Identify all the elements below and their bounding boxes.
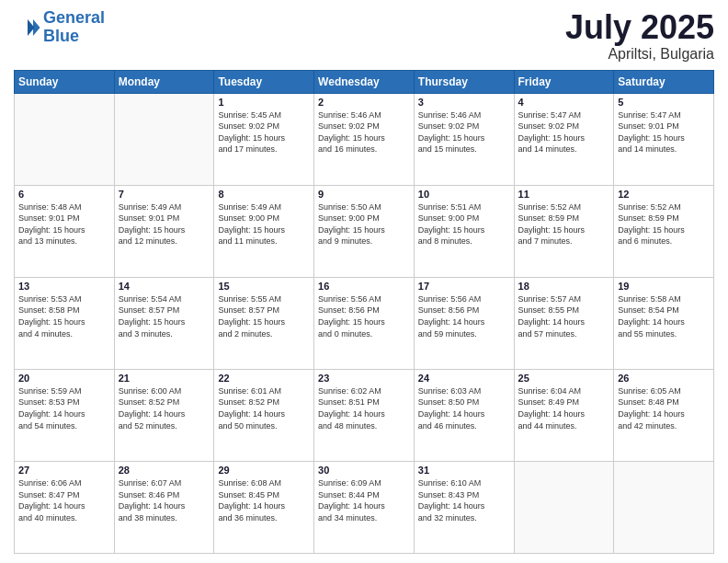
calendar-cell: 16Sunrise: 5:56 AMSunset: 8:56 PMDayligh… [314, 277, 415, 369]
day-number: 25 [518, 373, 610, 384]
day-info: Sunrise: 5:56 AMSunset: 8:56 PMDaylight:… [418, 293, 510, 339]
calendar-cell: 15Sunrise: 5:55 AMSunset: 8:57 PMDayligh… [214, 277, 314, 369]
day-info: Sunrise: 5:46 AMSunset: 9:02 PMDaylight:… [318, 109, 410, 155]
day-number: 22 [218, 373, 310, 384]
day-number: 23 [318, 373, 410, 384]
day-info: Sunrise: 5:47 AMSunset: 9:01 PMDaylight:… [618, 109, 710, 155]
calendar-cell: 4Sunrise: 5:47 AMSunset: 9:02 PMDaylight… [514, 93, 614, 185]
location: Apriltsi, Bulgaria [565, 46, 714, 63]
calendar-cell: 24Sunrise: 6:03 AMSunset: 8:50 PMDayligh… [414, 369, 514, 461]
calendar-cell [114, 93, 214, 185]
header: General Blue July 2025 Apriltsi, Bulgari… [14, 9, 714, 63]
calendar-cell [15, 93, 115, 185]
day-info: Sunrise: 6:10 AMSunset: 8:43 PMDaylight:… [418, 477, 510, 523]
day-number: 17 [418, 281, 510, 292]
day-info: Sunrise: 6:08 AMSunset: 8:45 PMDaylight:… [218, 477, 310, 523]
day-info: Sunrise: 5:49 AMSunset: 9:01 PMDaylight:… [119, 201, 210, 247]
calendar-cell: 18Sunrise: 5:57 AMSunset: 8:55 PMDayligh… [514, 277, 614, 369]
calendar-cell: 9Sunrise: 5:50 AMSunset: 9:00 PMDaylight… [314, 185, 415, 277]
calendar-cell: 6Sunrise: 5:48 AMSunset: 9:01 PMDaylight… [15, 185, 115, 277]
day-number: 5 [618, 97, 710, 108]
day-info: Sunrise: 5:56 AMSunset: 8:56 PMDaylight:… [318, 293, 410, 339]
calendar-cell [614, 461, 714, 553]
day-info: Sunrise: 6:07 AMSunset: 8:46 PMDaylight:… [119, 477, 210, 523]
day-number: 12 [618, 189, 710, 200]
logo: General Blue [14, 9, 105, 46]
col-saturday: Saturday [614, 70, 714, 93]
calendar-cell [514, 461, 614, 553]
calendar-cell: 17Sunrise: 5:56 AMSunset: 8:56 PMDayligh… [414, 277, 514, 369]
logo-text: General Blue [43, 9, 105, 46]
day-info: Sunrise: 5:47 AMSunset: 9:02 PMDaylight:… [518, 109, 610, 155]
calendar-cell: 23Sunrise: 6:02 AMSunset: 8:51 PMDayligh… [314, 369, 415, 461]
day-info: Sunrise: 6:06 AMSunset: 8:47 PMDaylight:… [18, 477, 110, 523]
day-number: 9 [318, 189, 410, 200]
day-info: Sunrise: 5:51 AMSunset: 9:00 PMDaylight:… [418, 201, 510, 247]
day-number: 16 [318, 281, 410, 292]
day-info: Sunrise: 5:53 AMSunset: 8:58 PMDaylight:… [18, 293, 110, 339]
col-monday: Monday [114, 70, 214, 93]
day-info: Sunrise: 6:03 AMSunset: 8:50 PMDaylight:… [418, 385, 510, 431]
day-number: 13 [18, 281, 110, 292]
calendar-cell: 20Sunrise: 5:59 AMSunset: 8:53 PMDayligh… [15, 369, 115, 461]
calendar-cell: 31Sunrise: 6:10 AMSunset: 8:43 PMDayligh… [414, 461, 514, 553]
day-number: 15 [218, 281, 310, 292]
calendar-week-2: 6Sunrise: 5:48 AMSunset: 9:01 PMDaylight… [15, 185, 714, 277]
calendar-cell: 26Sunrise: 6:05 AMSunset: 8:48 PMDayligh… [614, 369, 714, 461]
calendar-cell: 28Sunrise: 6:07 AMSunset: 8:46 PMDayligh… [114, 461, 214, 553]
day-number: 30 [318, 465, 410, 476]
calendar-cell: 29Sunrise: 6:08 AMSunset: 8:45 PMDayligh… [214, 461, 314, 553]
day-info: Sunrise: 5:52 AMSunset: 8:59 PMDaylight:… [518, 201, 610, 247]
day-number: 20 [18, 373, 110, 384]
day-info: Sunrise: 5:50 AMSunset: 9:00 PMDaylight:… [318, 201, 410, 247]
calendar-cell: 30Sunrise: 6:09 AMSunset: 8:44 PMDayligh… [314, 461, 415, 553]
month-title: July 2025 [565, 9, 714, 46]
calendar-cell: 3Sunrise: 5:46 AMSunset: 9:02 PMDaylight… [414, 93, 514, 185]
calendar-cell: 19Sunrise: 5:58 AMSunset: 8:54 PMDayligh… [614, 277, 714, 369]
day-number: 8 [218, 189, 310, 200]
day-info: Sunrise: 5:46 AMSunset: 9:02 PMDaylight:… [418, 109, 510, 155]
calendar-cell: 21Sunrise: 6:00 AMSunset: 8:52 PMDayligh… [114, 369, 214, 461]
day-info: Sunrise: 5:58 AMSunset: 8:54 PMDaylight:… [618, 293, 710, 339]
calendar-cell: 14Sunrise: 5:54 AMSunset: 8:57 PMDayligh… [114, 277, 214, 369]
logo-line1: General [43, 8, 105, 27]
day-info: Sunrise: 6:04 AMSunset: 8:49 PMDaylight:… [518, 385, 610, 431]
calendar-cell: 11Sunrise: 5:52 AMSunset: 8:59 PMDayligh… [514, 185, 614, 277]
day-number: 6 [18, 189, 110, 200]
day-number: 3 [418, 97, 510, 108]
col-tuesday: Tuesday [214, 70, 314, 93]
day-number: 11 [518, 189, 610, 200]
day-info: Sunrise: 5:48 AMSunset: 9:01 PMDaylight:… [18, 201, 110, 247]
day-number: 2 [318, 97, 410, 108]
day-info: Sunrise: 6:00 AMSunset: 8:52 PMDaylight:… [119, 385, 210, 431]
calendar-cell: 22Sunrise: 6:01 AMSunset: 8:52 PMDayligh… [214, 369, 314, 461]
day-number: 4 [518, 97, 610, 108]
day-number: 18 [518, 281, 610, 292]
day-info: Sunrise: 5:55 AMSunset: 8:57 PMDaylight:… [218, 293, 310, 339]
calendar-cell: 5Sunrise: 5:47 AMSunset: 9:01 PMDaylight… [614, 93, 714, 185]
day-info: Sunrise: 6:05 AMSunset: 8:48 PMDaylight:… [618, 385, 710, 431]
day-info: Sunrise: 5:49 AMSunset: 9:00 PMDaylight:… [218, 201, 310, 247]
title-block: July 2025 Apriltsi, Bulgaria [565, 9, 714, 63]
calendar-cell: 1Sunrise: 5:45 AMSunset: 9:02 PMDaylight… [214, 93, 314, 185]
day-info: Sunrise: 5:54 AMSunset: 8:57 PMDaylight:… [119, 293, 210, 339]
calendar-cell: 25Sunrise: 6:04 AMSunset: 8:49 PMDayligh… [514, 369, 614, 461]
day-info: Sunrise: 6:09 AMSunset: 8:44 PMDaylight:… [318, 477, 410, 523]
day-number: 10 [418, 189, 510, 200]
day-number: 29 [218, 465, 310, 476]
day-number: 21 [119, 373, 210, 384]
calendar-cell: 7Sunrise: 5:49 AMSunset: 9:01 PMDaylight… [114, 185, 214, 277]
day-number: 27 [18, 465, 110, 476]
day-number: 7 [119, 189, 210, 200]
col-thursday: Thursday [414, 70, 514, 93]
logo-line2: Blue [43, 27, 79, 45]
day-number: 24 [418, 373, 510, 384]
day-info: Sunrise: 5:45 AMSunset: 9:02 PMDaylight:… [218, 109, 310, 155]
col-sunday: Sunday [15, 70, 115, 93]
calendar-week-1: 1Sunrise: 5:45 AMSunset: 9:02 PMDaylight… [15, 93, 714, 185]
calendar-cell: 2Sunrise: 5:46 AMSunset: 9:02 PMDaylight… [314, 93, 415, 185]
calendar-cell: 10Sunrise: 5:51 AMSunset: 9:00 PMDayligh… [414, 185, 514, 277]
calendar-cell: 27Sunrise: 6:06 AMSunset: 8:47 PMDayligh… [15, 461, 115, 553]
calendar-table: Sunday Monday Tuesday Wednesday Thursday… [14, 70, 714, 554]
day-number: 14 [119, 281, 210, 292]
